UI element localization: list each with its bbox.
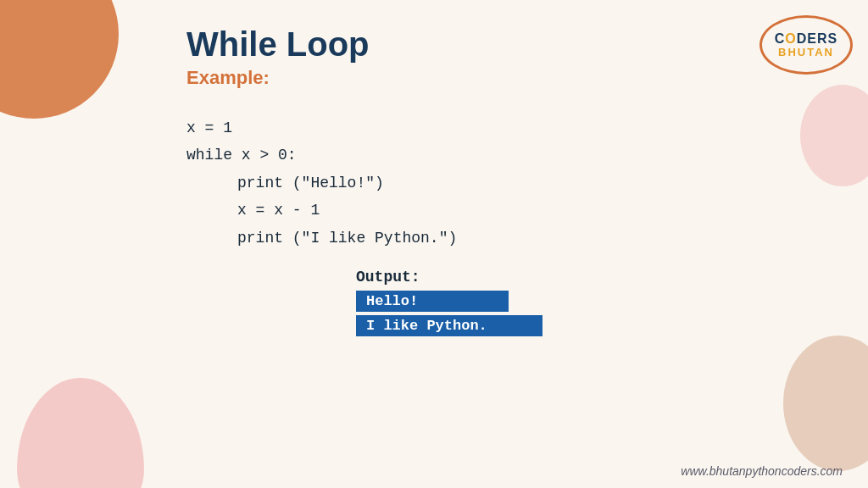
page-subtitle: Example:: [186, 67, 732, 89]
page-title: While Loop: [186, 25, 732, 64]
output-section: Output: Hello! I like Python.: [356, 269, 732, 340]
decorative-shape-top-left: [0, 0, 119, 119]
decorative-shape-right-mid: [800, 85, 868, 186]
logo: CODERS BHUTAN: [760, 15, 853, 75]
code-line-2: while x > 0:: [186, 141, 732, 169]
footer-url: www.bhutanpythoncoders.com: [681, 464, 843, 478]
output-line-2: I like Python.: [356, 315, 542, 336]
output-line-1: Hello!: [356, 291, 509, 312]
code-line-4: x = x - 1: [186, 197, 732, 224]
output-label: Output:: [356, 269, 420, 286]
decorative-shape-bottom-right: [783, 336, 868, 471]
main-content: While Loop Example: x = 1 while x > 0: p…: [186, 25, 732, 340]
code-line-3: print ("Hello!"): [186, 169, 732, 197]
decorative-shape-bottom-left: [17, 378, 144, 488]
logo-bhutan-text: BHUTAN: [778, 46, 834, 58]
code-line-1: x = 1: [186, 114, 732, 141]
logo-coders-text: CODERS: [775, 31, 837, 47]
code-block: x = 1 while x > 0: print ("Hello!") x = …: [186, 114, 732, 252]
code-line-5: print ("I like Python."): [186, 225, 732, 252]
